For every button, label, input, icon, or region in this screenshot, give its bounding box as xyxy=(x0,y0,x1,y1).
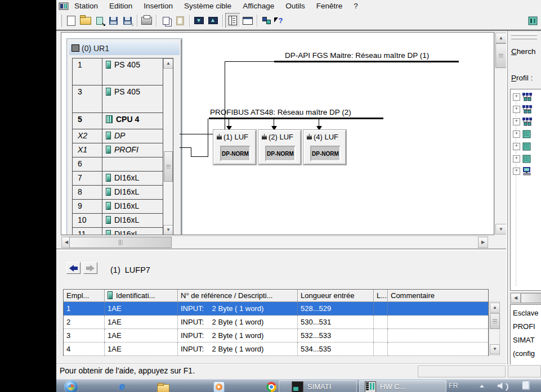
expand-icon[interactable]: + xyxy=(513,106,520,113)
rack-row[interactable]: 9DI16xL xyxy=(73,200,163,214)
network-config-icon[interactable] xyxy=(260,13,274,28)
menu-station[interactable]: Station xyxy=(69,1,104,11)
tree-item[interactable]: + xyxy=(513,155,531,163)
scroll-thumb[interactable] xyxy=(164,151,173,182)
menu-fenetre[interactable]: Fenêtre xyxy=(311,1,348,11)
bus1-line[interactable] xyxy=(274,61,459,62)
station-hscrollbar[interactable]: ◀ ▶ xyxy=(61,236,489,247)
explorer-folder-icon[interactable] xyxy=(157,384,169,392)
menu-systeme-cible[interactable]: Système cible xyxy=(178,1,237,11)
rack-row[interactable]: 7DI16xL xyxy=(73,172,163,186)
scroll-right-icon[interactable]: ▶ xyxy=(478,237,488,248)
panel-grip[interactable] xyxy=(511,33,537,36)
expand-icon[interactable]: + xyxy=(513,155,520,163)
tree-item[interactable]: + xyxy=(513,130,531,138)
volume-icon[interactable] xyxy=(498,382,504,389)
catalog-window-icon[interactable] xyxy=(528,16,538,26)
scroll-thumb[interactable] xyxy=(69,237,172,248)
taskbar-window-hwconfig[interactable]: HW C... xyxy=(359,380,446,392)
expand-icon[interactable]: + xyxy=(513,168,520,175)
save-compile-icon[interactable]: ↓ xyxy=(120,13,135,28)
address-overview-icon[interactable] xyxy=(240,13,254,28)
internet-explorer-icon[interactable] xyxy=(117,381,127,391)
table-vscrollbar[interactable]: ▲ ▼ xyxy=(489,301,500,355)
scroll-up-icon[interactable]: ▲ xyxy=(163,58,173,69)
rack-titlebar[interactable]: (0) UR1 xyxy=(69,41,180,55)
bus2-label[interactable]: PROFIBUS ATS48: Réseau maître DP (2) xyxy=(210,108,351,116)
bus2-line[interactable] xyxy=(209,118,383,119)
station-canvas[interactable]: (0) UR1 1PS 405 3PS 405 5CPU 4 X2DP X1PR… xyxy=(61,32,494,235)
tray-expand-icon[interactable] xyxy=(480,385,484,388)
nav-back-button[interactable] xyxy=(66,262,81,274)
panel-splitter[interactable] xyxy=(56,249,541,251)
catalog-tree[interactable]: + + + + + + + xyxy=(510,89,541,291)
station-vscrollbar[interactable]: ▲ ▼ xyxy=(494,32,506,235)
menu-affichage[interactable]: Affichage xyxy=(237,1,280,11)
expand-icon[interactable]: + xyxy=(513,118,520,125)
download-to-plc-icon[interactable] xyxy=(192,13,206,28)
scroll-up-icon[interactable]: ▲ xyxy=(495,33,507,43)
catalog-toggle-icon[interactable] xyxy=(225,13,240,28)
col-reference[interactable]: N° de référence / Descripti... xyxy=(178,290,298,302)
open-station-icon[interactable] xyxy=(78,13,92,28)
scroll-thumb[interactable] xyxy=(521,293,541,303)
media-player-icon[interactable] xyxy=(213,381,225,392)
rack-row[interactable]: 6 xyxy=(73,157,163,172)
rack-row[interactable]: 3PS 405 xyxy=(73,85,163,113)
scroll-left-icon[interactable]: ◀ xyxy=(511,293,521,303)
start-button[interactable] xyxy=(64,380,78,392)
tree-item[interactable]: + xyxy=(513,167,531,175)
panel-grip[interactable] xyxy=(511,37,537,39)
rack-row[interactable]: 5CPU 4 xyxy=(73,113,163,129)
expand-icon[interactable]: + xyxy=(513,143,520,150)
col-longueur-entree[interactable]: Longueur entrée xyxy=(298,290,374,302)
help-select-icon[interactable]: ? xyxy=(274,13,288,28)
scroll-down-icon[interactable]: ▼ xyxy=(163,225,173,235)
menu-outils[interactable]: Outils xyxy=(280,1,311,11)
col-identification[interactable]: Identificati... xyxy=(105,290,178,302)
table-row[interactable]: 31AEINPUT: 2 Byte ( 1 word)532...533 xyxy=(64,329,488,343)
menu-edition[interactable]: Edition xyxy=(104,1,138,11)
toolbar-grip[interactable] xyxy=(59,15,62,27)
paste-icon[interactable] xyxy=(173,13,187,28)
upload-from-plc-icon[interactable] xyxy=(206,13,220,28)
tree-item[interactable]: + xyxy=(513,142,531,151)
scroll-down-icon[interactable]: ▼ xyxy=(495,224,507,235)
rack-row[interactable]: 11DI16xL xyxy=(73,228,163,235)
rack-row[interactable]: 1PS 405 xyxy=(73,58,163,85)
tree-item[interactable]: + xyxy=(513,118,532,126)
col-l[interactable]: L... xyxy=(374,290,388,302)
rack-row[interactable]: X2DP xyxy=(73,129,163,143)
rack-row[interactable]: 8DI16xL xyxy=(73,186,163,200)
menu-insertion[interactable]: Insertion xyxy=(138,1,178,11)
tray-notification-icon[interactable] xyxy=(522,381,530,390)
scroll-thumb[interactable] xyxy=(495,43,507,68)
copy-icon[interactable] xyxy=(159,13,173,28)
tree-item[interactable]: + xyxy=(513,93,532,101)
rack-window[interactable]: (0) UR1 1PS 405 3PS 405 5CPU 4 X2DP X1PR… xyxy=(67,39,182,235)
chrome-icon[interactable] xyxy=(266,382,276,392)
taskbar-window-simatic[interactable]: SIMATI xyxy=(279,380,357,392)
expand-icon[interactable]: + xyxy=(513,130,520,138)
rack-row[interactable]: X1PROFI xyxy=(73,143,163,157)
rack-row[interactable]: 10DI16xL xyxy=(73,214,163,228)
scroll-up-icon[interactable]: ▲ xyxy=(490,303,500,313)
dp-slave-1[interactable]: (1) LUF DP-NORM xyxy=(213,130,256,165)
menu-help[interactable]: ? xyxy=(348,1,364,11)
language-indicator[interactable]: FR xyxy=(449,382,458,390)
table-row[interactable]: 41AEINPUT: 2 Byte ( 1 word)534...535 xyxy=(64,343,488,356)
col-commentaire[interactable]: Commentaire xyxy=(388,290,488,302)
dp-slave-3[interactable]: (4) LUF DP-NORM xyxy=(303,130,346,165)
scroll-thumb[interactable] xyxy=(490,313,500,329)
nav-forward-button[interactable] xyxy=(83,262,97,274)
table-row[interactable]: 11AEINPUT: 2 Byte ( 1 word)528...529 xyxy=(64,302,488,316)
rack-scrollbar[interactable]: ▲ ▼ xyxy=(163,58,173,235)
expand-icon[interactable]: + xyxy=(513,93,520,101)
station-download-icon[interactable]: ↘ xyxy=(92,13,106,28)
catalog-hscrollbar[interactable]: ◀ xyxy=(510,292,541,304)
tree-item[interactable]: + xyxy=(513,105,532,114)
col-emplacement[interactable]: Empl... xyxy=(64,290,105,302)
scroll-down-icon[interactable]: ▼ xyxy=(490,344,500,354)
print-icon[interactable] xyxy=(140,13,154,28)
table-row[interactable]: 21AEINPUT: 2 Byte ( 1 word)530...531 xyxy=(64,316,488,329)
